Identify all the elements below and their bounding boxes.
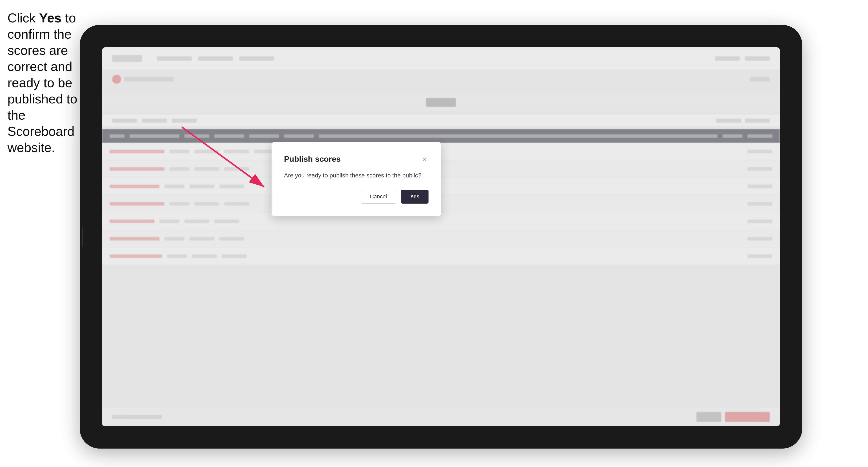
instruction-text: Click Yes to confirm the scores are corr…	[7, 10, 80, 156]
tablet-screen: Publish scores × Are you ready to publis…	[102, 48, 780, 426]
instruction-suffix: to confirm the scores are correct and re…	[7, 11, 77, 155]
dialog-header: Publish scores ×	[284, 155, 429, 164]
modal-overlay: Publish scores × Are you ready to publis…	[102, 48, 780, 426]
cancel-button[interactable]: Cancel	[361, 190, 396, 204]
yes-button[interactable]: Yes	[401, 190, 429, 204]
instruction-prefix: Click	[7, 11, 39, 25]
tablet-device: Publish scores × Are you ready to publis…	[80, 25, 802, 448]
dialog-close-button[interactable]: ×	[421, 155, 429, 163]
dialog-message: Are you ready to publish these scores to…	[284, 171, 429, 180]
dialog-actions: Cancel Yes	[284, 190, 429, 204]
instruction-bold: Yes	[39, 11, 62, 25]
dialog-title: Publish scores	[284, 155, 341, 164]
tablet-side-button	[82, 227, 83, 247]
publish-dialog: Publish scores × Are you ready to publis…	[272, 142, 441, 216]
